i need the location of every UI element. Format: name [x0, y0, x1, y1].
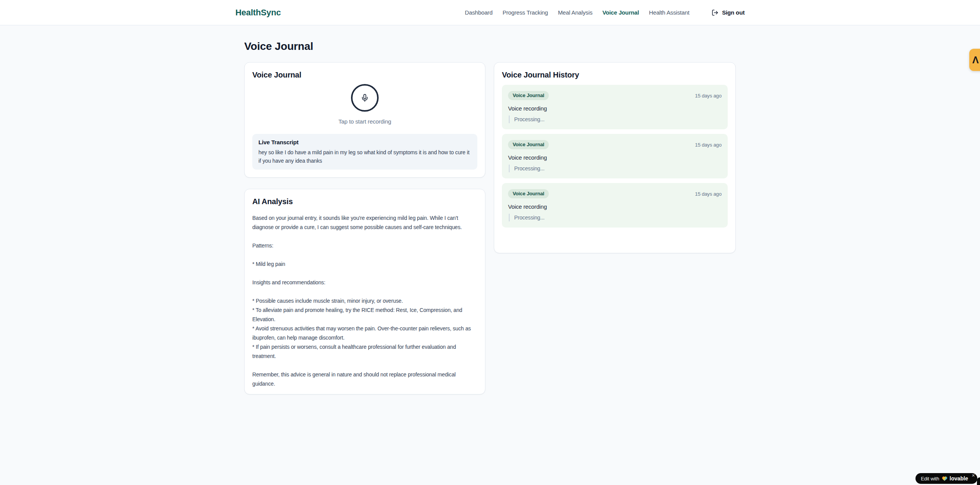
lovable-badge-prefix: Edit with — [921, 476, 939, 482]
history-entry-header: Voice Journal 15 days ago — [508, 189, 722, 198]
entry-type-badge: Voice Journal — [508, 189, 549, 198]
navbar-inner: HealthSync Dashboard Progress Tracking M… — [235, 0, 745, 25]
entry-timestamp: 15 days ago — [695, 191, 722, 197]
history-entry-header: Voice Journal 15 days ago — [508, 91, 722, 100]
live-transcript-box: Live Transcript hey so like I do have a … — [252, 134, 477, 170]
entry-title: Voice recording — [508, 105, 722, 112]
entry-title: Voice recording — [508, 154, 722, 162]
nav-item-meal-analysis[interactable]: Meal Analysis — [558, 9, 593, 16]
history-entry-header: Voice Journal 15 days ago — [508, 140, 722, 149]
top-navbar: HealthSync Dashboard Progress Tracking M… — [0, 0, 980, 25]
live-transcript-title: Live Transcript — [258, 139, 471, 146]
main-nav: Dashboard Progress Tracking Meal Analysi… — [465, 9, 745, 16]
entry-timestamp: 15 days ago — [695, 93, 722, 99]
page-title: Voice Journal — [244, 40, 736, 53]
app-logo[interactable]: HealthSync — [235, 8, 281, 18]
sign-out-label: Sign out — [722, 9, 745, 16]
nav-item-dashboard[interactable]: Dashboard — [465, 9, 493, 16]
main-content: Voice Journal Voice Journal — [244, 25, 736, 394]
history-entry[interactable]: Voice Journal 15 days ago Voice recordin… — [502, 85, 728, 129]
live-transcript-text: hey so like I do have a mild pain in my … — [258, 148, 471, 165]
corner-widget-chip[interactable] — [977, 477, 980, 485]
lovable-heart-icon — [942, 476, 947, 481]
history-entry[interactable]: Voice Journal 15 days ago Voice recordin… — [502, 134, 728, 178]
nav-item-progress-tracking[interactable]: Progress Tracking — [503, 9, 548, 16]
content-grid: Voice Journal Tap to start recording — [244, 62, 736, 394]
edit-with-lovable-badge[interactable]: Edit with lovable ✕ — [915, 473, 977, 484]
lovable-close-icon[interactable]: ✕ — [972, 473, 975, 478]
ai-analysis-card: AI Analysis Based on your journal entry,… — [244, 189, 485, 394]
left-column: Voice Journal Tap to start recording — [244, 62, 485, 394]
log-out-icon — [712, 9, 718, 16]
ai-analysis-body: Based on your journal entry, it sounds l… — [252, 213, 477, 388]
history-entry[interactable]: Voice Journal 15 days ago Voice recordin… — [502, 183, 728, 228]
voice-journal-recorder-card: Voice Journal Tap to start recording — [244, 62, 485, 178]
history-card-title: Voice Journal History — [502, 70, 728, 79]
entry-status: Processing... — [509, 115, 722, 123]
voice-journal-history-card: Voice Journal History Voice Journal 15 d… — [494, 62, 736, 253]
recorder-body: Tap to start recording Live Transcript h… — [252, 84, 477, 170]
history-list: Voice Journal 15 days ago Voice recordin… — [502, 85, 728, 228]
microphone-icon — [361, 94, 369, 102]
record-button[interactable] — [351, 84, 379, 112]
nav-item-voice-journal[interactable]: Voice Journal — [603, 9, 639, 16]
entry-type-badge: Voice Journal — [508, 140, 549, 149]
sign-out-button[interactable]: Sign out — [712, 9, 745, 16]
recorder-card-title: Voice Journal — [252, 70, 477, 79]
entry-type-badge: Voice Journal — [508, 91, 549, 100]
entry-title: Voice recording — [508, 203, 722, 211]
entry-status: Processing... — [509, 165, 722, 172]
nav-item-health-assistant[interactable]: Health Assistant — [649, 9, 689, 16]
extension-logo-icon: Λ — [972, 55, 979, 65]
ai-analysis-title: AI Analysis — [252, 197, 477, 206]
lovable-badge-brand: lovable — [950, 475, 968, 482]
entry-status: Processing... — [509, 214, 722, 221]
browser-extension-badge[interactable]: Λ — [969, 49, 980, 71]
tap-to-record-hint: Tap to start recording — [338, 118, 391, 125]
entry-timestamp: 15 days ago — [695, 142, 722, 148]
